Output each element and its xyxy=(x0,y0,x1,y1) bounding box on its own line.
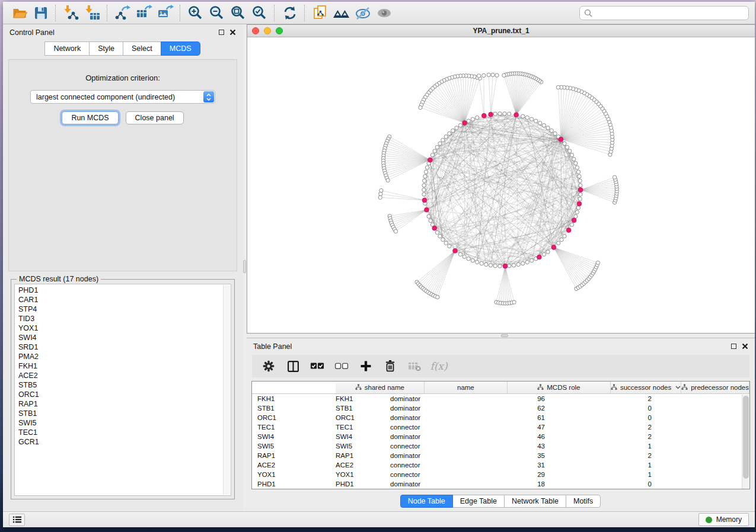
column-header[interactable]: MCDS role xyxy=(508,382,611,393)
open-file-button[interactable] xyxy=(9,4,30,23)
run-mcds-button[interactable]: Run MCDS xyxy=(62,111,118,124)
clone-network-button[interactable] xyxy=(310,4,331,23)
table-tab[interactable]: Network Table xyxy=(504,495,566,508)
function-builder-button[interactable]: f(x) xyxy=(432,358,446,374)
cell-predecessor-nodes: 2 xyxy=(557,395,660,402)
zoom-fit-button[interactable] xyxy=(228,4,249,23)
minimize-window-icon[interactable] xyxy=(264,27,271,34)
select-all-icon xyxy=(310,361,324,371)
chevron-down-icon[interactable] xyxy=(675,386,681,389)
mcds-result-item[interactable]: RAP1 xyxy=(18,399,231,409)
table-row[interactable]: FKH1 FKH1 dominator 96 2 xyxy=(252,394,749,403)
table-row[interactable]: RAP1 RAP1 dominator 35 2 xyxy=(252,451,749,460)
mcds-result-item[interactable]: SWI4 xyxy=(18,333,231,342)
mcds-result-item[interactable]: SWI5 xyxy=(18,418,231,428)
mcds-result-item[interactable]: STP4 xyxy=(18,305,231,314)
table-row[interactable]: TEC1 TEC1 connector 47 2 xyxy=(252,422,749,432)
import-table-icon xyxy=(84,5,101,21)
splitter-handle[interactable] xyxy=(501,334,508,337)
main-toolbar xyxy=(3,2,755,24)
first-neighbors-button[interactable] xyxy=(331,4,352,23)
horizontal-splitter[interactable] xyxy=(247,334,755,338)
float-panel-icon[interactable] xyxy=(731,344,736,349)
maximize-window-icon[interactable] xyxy=(276,27,283,34)
column-header[interactable]: successor nodes xyxy=(611,382,681,393)
float-panel-icon[interactable] xyxy=(219,30,224,35)
deselect-all-button[interactable] xyxy=(334,358,349,374)
delete-column-button[interactable] xyxy=(383,358,397,374)
network-canvas[interactable] xyxy=(247,37,755,333)
mcds-result-item[interactable]: ACE2 xyxy=(18,371,231,380)
mcds-result-item[interactable]: TID3 xyxy=(18,314,231,323)
zoom-selected-icon xyxy=(251,5,268,21)
export-image-button[interactable] xyxy=(155,4,176,23)
export-network-button[interactable] xyxy=(112,4,133,23)
zoom-out-icon xyxy=(209,5,225,21)
zoom-selected-button[interactable] xyxy=(249,4,270,23)
mcds-result-item[interactable]: STB5 xyxy=(18,380,231,390)
mcds-list-scrollbar[interactable] xyxy=(223,285,230,495)
delete-table-button[interactable] xyxy=(407,358,422,374)
mcds-result-item[interactable]: ORC1 xyxy=(18,390,231,399)
close-panel-button[interactable]: Close panel xyxy=(126,111,184,124)
hide-eye-icon xyxy=(354,5,372,21)
zoom-out-button[interactable] xyxy=(206,4,228,23)
mcds-result-item[interactable]: SRD1 xyxy=(18,342,231,352)
mcds-result-item[interactable]: STB1 xyxy=(18,409,231,418)
export-table-button[interactable] xyxy=(133,4,155,23)
mcds-result-item[interactable]: TEC1 xyxy=(18,428,231,437)
column-header[interactable]: name xyxy=(425,382,508,393)
hide-selected-button[interactable] xyxy=(352,4,374,23)
vertical-splitter[interactable] xyxy=(243,24,247,511)
table-scrollbar[interactable] xyxy=(742,395,749,489)
close-panel-icon[interactable] xyxy=(742,343,748,350)
table-settings-button[interactable] xyxy=(261,358,276,374)
table-row[interactable]: SWI5 SWI5 connector 43 1 xyxy=(252,441,749,451)
table-row[interactable]: SWI4 SWI4 dominator 46 2 xyxy=(252,432,749,441)
mcds-result-item[interactable]: PHD1 xyxy=(18,286,231,295)
refresh-button[interactable] xyxy=(279,4,301,23)
close-panel-icon[interactable] xyxy=(229,29,236,36)
close-window-icon[interactable] xyxy=(252,27,259,34)
scrollbar-thumb[interactable] xyxy=(743,396,749,479)
table-tab[interactable]: Motifs xyxy=(566,495,601,508)
control-panel-tab[interactable]: Network xyxy=(44,41,90,56)
column-header-label: shared name xyxy=(365,384,404,391)
show-all-button[interactable] xyxy=(374,4,395,23)
mcds-result-item[interactable]: PMA2 xyxy=(18,352,231,361)
control-panel-tabs: NetworkStyleSelectMCDS xyxy=(3,41,243,56)
control-panel-tab[interactable]: Style xyxy=(89,41,123,56)
add-column-button[interactable] xyxy=(359,358,373,374)
deselect-all-icon xyxy=(334,361,349,371)
column-header[interactable]: predecessor nodes xyxy=(681,382,749,393)
select-all-button[interactable] xyxy=(310,358,324,374)
zoom-in-button[interactable] xyxy=(185,4,206,23)
table-row[interactable]: ORC1 ORC1 dominator 61 0 xyxy=(252,413,749,422)
table-tab[interactable]: Edge Table xyxy=(452,495,505,508)
cell-mcds-role: connector xyxy=(385,424,474,431)
show-columns-button[interactable] xyxy=(286,358,300,374)
table-row[interactable]: PHD1 PHD1 dominator 18 0 xyxy=(252,479,749,489)
control-panel-tab[interactable]: MCDS xyxy=(161,41,200,56)
column-header[interactable]: shared name xyxy=(336,382,425,393)
mcds-result-item[interactable]: FKH1 xyxy=(18,361,231,371)
mcds-result-item[interactable]: YOX1 xyxy=(18,323,231,333)
search-input[interactable] xyxy=(595,9,744,17)
criterion-dropdown[interactable]: largest connected component (undirected) xyxy=(30,90,215,104)
attribute-type-icon xyxy=(611,384,617,392)
mcds-result-item[interactable]: GCR1 xyxy=(18,437,231,447)
table-row[interactable]: ACE2 ACE2 connector 31 1 xyxy=(252,460,749,470)
save-session-button[interactable] xyxy=(30,4,52,23)
table-tab[interactable]: Node Table xyxy=(400,495,453,508)
import-network-button[interactable] xyxy=(60,4,82,23)
cell-shared-name: FKH1 xyxy=(252,395,330,402)
table-row[interactable]: STB1 STB1 dominator 62 0 xyxy=(252,403,749,413)
memory-button[interactable]: Memory xyxy=(698,513,749,526)
splitter-handle[interactable] xyxy=(243,260,246,273)
table-row[interactable]: YOX1 YOX1 connector 29 1 xyxy=(252,470,749,479)
task-history-button[interactable] xyxy=(9,514,25,526)
zoom-in-icon xyxy=(187,5,204,21)
import-table-button[interactable] xyxy=(82,4,103,23)
control-panel-tab[interactable]: Select xyxy=(123,41,161,56)
mcds-result-item[interactable]: CAR1 xyxy=(18,295,231,305)
